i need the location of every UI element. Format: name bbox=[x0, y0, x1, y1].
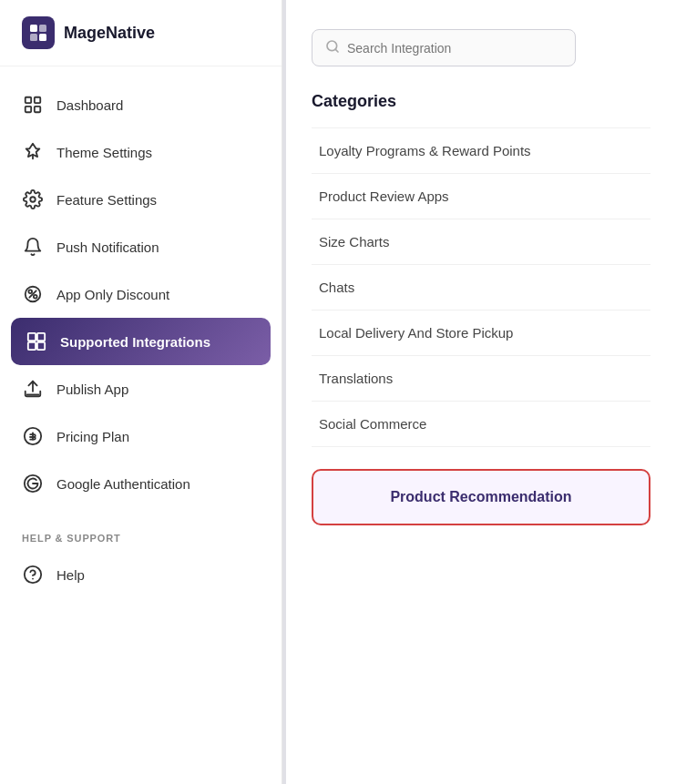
brand-name: MageNative bbox=[64, 24, 155, 43]
gear-icon bbox=[22, 188, 44, 210]
svg-rect-4 bbox=[26, 97, 31, 103]
dashboard-icon bbox=[22, 94, 44, 116]
sidebar-item-pricing-plan[interactable]: Pricing Plan bbox=[0, 412, 282, 460]
search-icon bbox=[325, 39, 340, 56]
svg-rect-0 bbox=[30, 25, 37, 32]
category-item-social-commerce[interactable]: Social Commerce bbox=[312, 402, 650, 447]
help-section-label: HELP & SUPPORT bbox=[0, 522, 282, 547]
publish-icon bbox=[22, 378, 44, 400]
sidebar-item-push-notification[interactable]: Push Notification bbox=[0, 223, 282, 270]
svg-line-12 bbox=[29, 290, 36, 297]
svg-rect-5 bbox=[35, 97, 40, 103]
category-item-product-review[interactable]: Product Review Apps bbox=[312, 174, 650, 219]
category-item-size-charts[interactable]: Size Charts bbox=[312, 219, 650, 265]
sidebar-item-dashboard[interactable]: Dashboard bbox=[0, 81, 282, 128]
categories-title: Categories bbox=[312, 92, 650, 111]
category-item-chats[interactable]: Chats bbox=[312, 265, 650, 311]
svg-point-11 bbox=[34, 295, 37, 299]
svg-rect-6 bbox=[26, 107, 31, 112]
svg-rect-7 bbox=[35, 107, 40, 112]
sidebar-item-label: Push Notification bbox=[56, 239, 159, 255]
help-icon bbox=[22, 564, 44, 585]
search-box[interactable] bbox=[312, 29, 576, 66]
sidebar-item-feature-settings[interactable]: Feature Settings bbox=[0, 176, 282, 223]
logo-area: MageNative bbox=[0, 0, 282, 66]
nav-list: Dashboard Theme Settings Feature Setting… bbox=[0, 66, 282, 522]
sidebar-item-help[interactable]: Help bbox=[0, 551, 282, 598]
svg-point-10 bbox=[28, 290, 32, 293]
sidebar-item-label: Publish App bbox=[56, 382, 128, 397]
category-item-loyalty[interactable]: Loyalty Programs & Reward Points bbox=[312, 127, 650, 174]
sidebar-item-label: Dashboard bbox=[56, 97, 123, 113]
svg-line-24 bbox=[335, 49, 338, 52]
svg-rect-2 bbox=[30, 34, 37, 41]
sidebar-item-label: Theme Settings bbox=[56, 145, 152, 160]
help-nav-list: Help bbox=[0, 547, 282, 784]
logo-icon bbox=[22, 16, 55, 49]
sidebar-item-label: Feature Settings bbox=[56, 192, 157, 208]
sidebar-item-supported-integrations[interactable]: Supported Integrations bbox=[11, 318, 271, 365]
google-icon bbox=[22, 473, 44, 494]
sidebar-item-publish-app[interactable]: Publish App bbox=[0, 365, 282, 412]
search-input[interactable] bbox=[347, 41, 562, 56]
svg-point-9 bbox=[30, 197, 36, 202]
product-recommendation-button[interactable]: Product Recommendation bbox=[312, 469, 650, 525]
category-list: Loyalty Programs & Reward Points Product… bbox=[312, 127, 650, 447]
discount-icon bbox=[22, 283, 44, 305]
svg-rect-3 bbox=[39, 34, 46, 41]
svg-rect-13 bbox=[28, 333, 36, 341]
dollar-icon bbox=[22, 425, 44, 447]
main-content: Categories Loyalty Programs & Reward Poi… bbox=[286, 0, 676, 784]
sidebar-item-label: Help bbox=[56, 567, 85, 583]
svg-rect-16 bbox=[37, 342, 45, 350]
integrations-icon bbox=[26, 331, 47, 352]
category-item-local-delivery[interactable]: Local Delivery And Store Pickup bbox=[312, 311, 650, 356]
bell-icon bbox=[22, 236, 44, 258]
sidebar: MageNative Dashboard Them bbox=[0, 0, 282, 784]
sidebar-item-label: Supported Integrations bbox=[60, 334, 210, 350]
sidebar-item-app-only-discount[interactable]: App Only Discount bbox=[0, 270, 282, 318]
category-item-translations[interactable]: Translations bbox=[312, 356, 650, 402]
sidebar-item-label: Google Authentication bbox=[56, 476, 190, 492]
svg-rect-14 bbox=[37, 333, 45, 341]
sidebar-item-theme-settings[interactable]: Theme Settings bbox=[0, 128, 282, 176]
svg-rect-15 bbox=[28, 342, 36, 350]
sidebar-item-label: Pricing Plan bbox=[56, 429, 129, 444]
svg-rect-1 bbox=[39, 25, 46, 32]
sidebar-item-google-authentication[interactable]: Google Authentication bbox=[0, 460, 282, 507]
sidebar-item-label: App Only Discount bbox=[56, 287, 169, 302]
theme-icon bbox=[22, 141, 44, 163]
